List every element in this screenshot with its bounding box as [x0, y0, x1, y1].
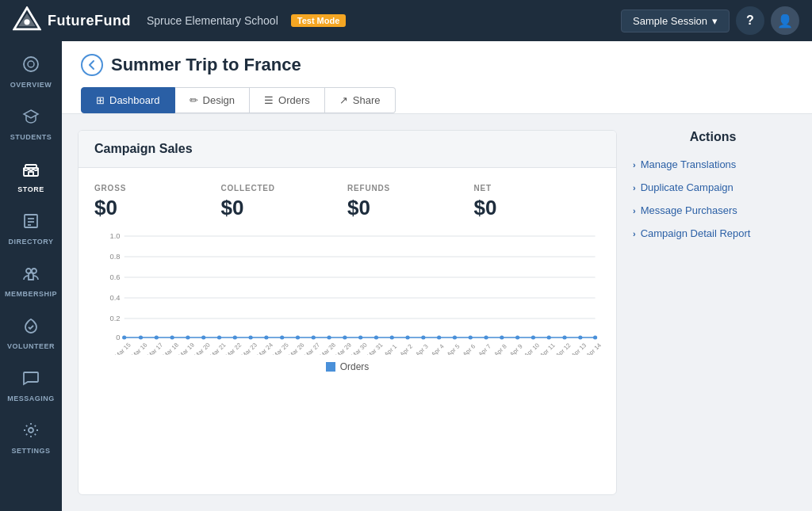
- overview-icon: [22, 55, 40, 78]
- svg-point-40: [327, 336, 331, 340]
- tab-orders[interactable]: ☰ Orders: [250, 87, 325, 113]
- action-campaign-detail-report[interactable]: › Campaign Detail Report: [630, 223, 796, 244]
- svg-text:Mar 18: Mar 18: [161, 341, 180, 355]
- svg-point-4: [28, 61, 34, 67]
- svg-text:Mar 28: Mar 28: [318, 341, 337, 355]
- sidebar-label-directory: DIRECTORY: [8, 238, 53, 246]
- help-button[interactable]: ?: [736, 6, 764, 35]
- actions-panel: Actions › Manage Translations › Duplicat…: [630, 130, 796, 495]
- svg-text:Apr 7: Apr 7: [477, 343, 492, 355]
- actions-title: Actions: [630, 130, 796, 144]
- action-message-purchasers[interactable]: › Message Purchasers: [630, 200, 796, 221]
- svg-point-31: [186, 336, 190, 340]
- page-title: Summer Trip to France: [111, 55, 301, 75]
- svg-point-30: [170, 336, 174, 340]
- svg-text:Mar 27: Mar 27: [303, 341, 322, 355]
- svg-point-37: [280, 336, 284, 340]
- svg-text:Mar 29: Mar 29: [334, 341, 353, 355]
- stat-label-gross: GROSS: [94, 184, 221, 193]
- action-manage-translations[interactable]: › Manage Translations: [630, 154, 796, 175]
- back-button[interactable]: [81, 54, 103, 76]
- tab-bar: ⊞ Dashboard ✏ Design ☰ Orders ↗ Share: [81, 87, 793, 113]
- svg-point-39: [312, 336, 316, 340]
- svg-point-36: [264, 336, 268, 340]
- svg-rect-6: [29, 172, 33, 176]
- session-button[interactable]: Sample Session ▾: [621, 10, 730, 32]
- sidebar-item-volunteer[interactable]: VOLUNTEER: [0, 309, 62, 358]
- chart-svg: 1.0 0.8 0.6 0.4 0.2 0: [91, 228, 603, 355]
- svg-text:Apr 9: Apr 9: [508, 343, 524, 355]
- svg-text:Mar 21: Mar 21: [209, 341, 228, 355]
- legend-label: Orders: [340, 361, 370, 372]
- svg-text:0.4: 0.4: [109, 294, 120, 302]
- svg-point-54: [547, 336, 551, 340]
- stats-row: GROSS $0 COLLECTED $0 REFUNDS $0 NET $0: [79, 168, 616, 228]
- legend-box: [326, 362, 335, 372]
- campaign-panel-title: Campaign Sales: [94, 142, 600, 156]
- svg-text:Mar 15: Mar 15: [113, 341, 132, 355]
- store-icon: [22, 160, 40, 182]
- topnav-right: Sample Session ▾ ? 👤: [621, 6, 799, 35]
- svg-point-48: [453, 336, 457, 340]
- main-content: Campaign Sales GROSS $0 COLLECTED $0 REF…: [62, 114, 812, 511]
- svg-text:Mar 19: Mar 19: [177, 341, 196, 355]
- svg-point-56: [578, 336, 582, 340]
- sidebar-item-store[interactable]: STORE: [0, 152, 62, 201]
- sidebar-item-overview[interactable]: OVERVIEW: [0, 48, 62, 97]
- sidebar-item-settings[interactable]: SETTINGS: [0, 414, 62, 463]
- sidebar-label-students: STUDENTS: [10, 133, 52, 141]
- svg-point-33: [217, 336, 221, 340]
- svg-text:Mar 23: Mar 23: [239, 341, 259, 355]
- svg-point-13: [29, 428, 33, 433]
- design-tab-label: Design: [203, 94, 235, 106]
- svg-point-27: [122, 336, 126, 340]
- action-label-duplicate-campaign: Duplicate Campaign: [641, 181, 733, 193]
- svg-point-14: [82, 55, 102, 75]
- svg-text:Mar 26: Mar 26: [287, 341, 306, 355]
- orders-tab-icon: ☰: [264, 94, 274, 106]
- svg-point-45: [405, 336, 409, 340]
- svg-text:Apr 8: Apr 8: [492, 343, 508, 355]
- stat-gross: GROSS $0: [94, 184, 221, 220]
- svg-text:Apr 10: Apr 10: [523, 341, 541, 355]
- content-area: Summer Trip to France ⊞ Dashboard ✏ Desi…: [62, 41, 812, 511]
- share-tab-label: Share: [353, 94, 381, 106]
- dashboard-tab-label: Dashboard: [109, 94, 160, 106]
- page-header: Summer Trip to France ⊞ Dashboard ✏ Desi…: [62, 41, 812, 114]
- svg-point-28: [139, 336, 143, 340]
- svg-text:Mar 20: Mar 20: [193, 341, 212, 355]
- svg-point-2: [24, 19, 29, 25]
- sidebar-item-directory[interactable]: DIRECTORY: [0, 204, 62, 254]
- sidebar-item-membership[interactable]: MEMBERSHIP: [0, 257, 62, 306]
- svg-point-50: [484, 336, 488, 340]
- tab-share[interactable]: ↗ Share: [325, 87, 396, 113]
- stat-value-collected: $0: [221, 196, 348, 220]
- stat-value-refunds: $0: [347, 196, 474, 220]
- svg-text:1.0: 1.0: [109, 232, 120, 240]
- stat-net: NET $0: [474, 184, 601, 220]
- tab-dashboard[interactable]: ⊞ Dashboard: [81, 87, 175, 113]
- sidebar: OVERVIEW STUDENTS STORE DIRECTORY MEMBER…: [0, 41, 62, 511]
- action-duplicate-campaign[interactable]: › Duplicate Campaign: [630, 177, 796, 198]
- sidebar-label-messaging: MESSAGING: [7, 395, 55, 402]
- sidebar-item-messaging[interactable]: MESSAGING: [0, 361, 62, 410]
- share-tab-icon: ↗: [339, 94, 348, 106]
- stat-label-collected: COLLECTED: [221, 184, 348, 193]
- campaign-sales-panel: Campaign Sales GROSS $0 COLLECTED $0 REF…: [78, 130, 617, 495]
- chevron-right-icon-4: ›: [633, 229, 636, 238]
- session-label: Sample Session: [633, 15, 707, 27]
- svg-point-43: [374, 336, 378, 340]
- sidebar-item-students[interactable]: STUDENTS: [0, 100, 62, 149]
- svg-point-53: [531, 336, 535, 340]
- svg-text:0.2: 0.2: [109, 315, 120, 322]
- svg-point-46: [421, 336, 425, 340]
- logo-text: FutureFund: [48, 13, 131, 29]
- stat-label-net: NET: [474, 184, 601, 193]
- action-label-message-purchasers: Message Purchasers: [641, 204, 737, 216]
- svg-point-49: [469, 336, 473, 340]
- sidebar-label-volunteer: VOLUNTEER: [7, 342, 55, 350]
- stat-value-net: $0: [474, 196, 601, 220]
- svg-point-34: [233, 336, 237, 340]
- avatar-button[interactable]: 👤: [771, 6, 799, 35]
- tab-design[interactable]: ✏ Design: [175, 87, 250, 113]
